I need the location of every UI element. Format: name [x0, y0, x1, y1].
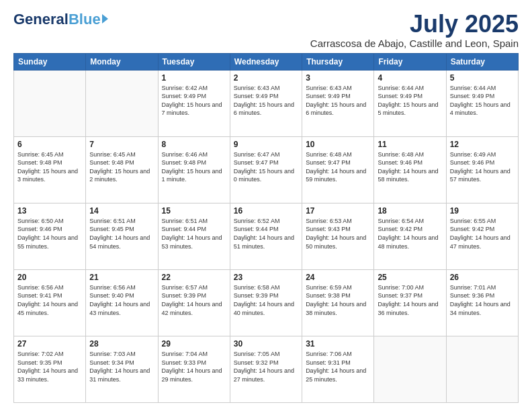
col-tuesday: Tuesday	[158, 53, 230, 70]
calendar-week-row: 20Sunrise: 6:56 AMSunset: 9:41 PMDayligh…	[14, 269, 519, 336]
table-row: 27Sunrise: 7:02 AMSunset: 9:35 PMDayligh…	[14, 336, 86, 402]
day-number: 17	[306, 206, 370, 216]
day-info: Sunrise: 6:49 AMSunset: 9:46 PMDaylight:…	[450, 150, 515, 184]
table-row: 19Sunrise: 6:55 AMSunset: 9:42 PMDayligh…	[446, 203, 518, 269]
table-row: 12Sunrise: 6:49 AMSunset: 9:46 PMDayligh…	[446, 136, 518, 203]
table-row: 23Sunrise: 6:58 AMSunset: 9:39 PMDayligh…	[230, 269, 302, 336]
col-saturday: Saturday	[446, 53, 518, 70]
table-row: 7Sunrise: 6:45 AMSunset: 9:48 PMDaylight…	[86, 136, 158, 203]
day-info: Sunrise: 6:45 AMSunset: 9:48 PMDaylight:…	[17, 150, 82, 184]
day-info: Sunrise: 6:45 AMSunset: 9:48 PMDaylight:…	[89, 150, 154, 184]
table-row: 29Sunrise: 7:04 AMSunset: 9:33 PMDayligh…	[158, 336, 230, 402]
day-info: Sunrise: 6:52 AMSunset: 9:44 PMDaylight:…	[234, 217, 298, 250]
subtitle: Carrascosa de Abajo, Castille and Leon, …	[310, 38, 519, 49]
day-info: Sunrise: 6:43 AMSunset: 9:49 PMDaylight:…	[306, 84, 370, 118]
day-number: 23	[234, 273, 298, 282]
calendar-week-row: 27Sunrise: 7:02 AMSunset: 9:35 PMDayligh…	[14, 336, 519, 402]
day-number: 27	[17, 339, 82, 349]
table-row: 31Sunrise: 7:06 AMSunset: 9:31 PMDayligh…	[302, 336, 374, 402]
calendar-header-row: Sunday Monday Tuesday Wednesday Thursday…	[14, 53, 519, 70]
day-info: Sunrise: 7:06 AMSunset: 9:31 PMDaylight:…	[306, 350, 370, 383]
day-number: 3	[306, 73, 370, 83]
day-info: Sunrise: 6:56 AMSunset: 9:40 PMDaylight:…	[89, 283, 154, 317]
day-info: Sunrise: 6:48 AMSunset: 9:47 PMDaylight:…	[306, 150, 370, 184]
day-number: 1	[162, 73, 226, 83]
day-info: Sunrise: 7:05 AMSunset: 9:32 PMDaylight:…	[234, 350, 298, 383]
logo-triangle-icon	[102, 14, 108, 24]
table-row: 6Sunrise: 6:45 AMSunset: 9:48 PMDaylight…	[14, 136, 86, 203]
table-row: 28Sunrise: 7:03 AMSunset: 9:34 PMDayligh…	[86, 336, 158, 402]
day-number: 29	[162, 339, 226, 349]
day-number: 24	[306, 273, 370, 282]
table-row: 24Sunrise: 6:59 AMSunset: 9:38 PMDayligh…	[302, 269, 374, 336]
logo: GeneralBlue	[13, 11, 108, 28]
main-title: July 2025	[310, 11, 519, 38]
day-info: Sunrise: 6:42 AMSunset: 9:49 PMDaylight:…	[162, 84, 226, 118]
day-number: 28	[89, 339, 154, 349]
day-info: Sunrise: 6:47 AMSunset: 9:47 PMDaylight:…	[234, 150, 298, 184]
table-row: 14Sunrise: 6:51 AMSunset: 9:45 PMDayligh…	[86, 203, 158, 269]
day-number: 4	[378, 73, 442, 83]
day-info: Sunrise: 6:55 AMSunset: 9:42 PMDaylight:…	[450, 217, 515, 250]
day-info: Sunrise: 7:01 AMSunset: 9:36 PMDaylight:…	[450, 283, 515, 317]
day-number: 20	[17, 273, 82, 282]
day-info: Sunrise: 6:46 AMSunset: 9:48 PMDaylight:…	[162, 150, 226, 184]
table-row	[374, 336, 446, 402]
table-row: 4Sunrise: 6:44 AMSunset: 9:49 PMDaylight…	[374, 70, 446, 136]
table-row: 11Sunrise: 6:48 AMSunset: 9:46 PMDayligh…	[374, 136, 446, 203]
table-row: 18Sunrise: 6:54 AMSunset: 9:42 PMDayligh…	[374, 203, 446, 269]
table-row: 17Sunrise: 6:53 AMSunset: 9:43 PMDayligh…	[302, 203, 374, 269]
day-info: Sunrise: 6:59 AMSunset: 9:38 PMDaylight:…	[306, 283, 370, 317]
calendar-week-row: 6Sunrise: 6:45 AMSunset: 9:48 PMDaylight…	[14, 136, 519, 203]
day-number: 9	[234, 140, 298, 149]
day-info: Sunrise: 6:51 AMSunset: 9:44 PMDaylight:…	[162, 217, 226, 250]
day-info: Sunrise: 6:51 AMSunset: 9:45 PMDaylight:…	[89, 217, 154, 250]
col-thursday: Thursday	[302, 53, 374, 70]
day-info: Sunrise: 6:43 AMSunset: 9:49 PMDaylight:…	[234, 84, 298, 118]
table-row	[86, 70, 158, 136]
col-wednesday: Wednesday	[230, 53, 302, 70]
day-number: 13	[17, 206, 82, 216]
title-block: July 2025 Carrascosa de Abajo, Castille …	[310, 11, 519, 49]
table-row: 5Sunrise: 6:44 AMSunset: 9:49 PMDaylight…	[446, 70, 518, 136]
logo-text: GeneralBlue	[13, 11, 101, 28]
day-number: 10	[306, 140, 370, 149]
day-info: Sunrise: 7:04 AMSunset: 9:33 PMDaylight:…	[162, 350, 226, 383]
day-number: 8	[162, 140, 226, 149]
table-row: 21Sunrise: 6:56 AMSunset: 9:40 PMDayligh…	[86, 269, 158, 336]
table-row: 26Sunrise: 7:01 AMSunset: 9:36 PMDayligh…	[446, 269, 518, 336]
day-number: 30	[234, 339, 298, 349]
day-info: Sunrise: 6:58 AMSunset: 9:39 PMDaylight:…	[234, 283, 298, 317]
day-number: 14	[89, 206, 154, 216]
calendar-week-row: 13Sunrise: 6:50 AMSunset: 9:46 PMDayligh…	[14, 203, 519, 269]
day-number: 16	[234, 206, 298, 216]
table-row: 3Sunrise: 6:43 AMSunset: 9:49 PMDaylight…	[302, 70, 374, 136]
day-info: Sunrise: 6:48 AMSunset: 9:46 PMDaylight:…	[378, 150, 442, 184]
calendar-week-row: 1Sunrise: 6:42 AMSunset: 9:49 PMDaylight…	[14, 70, 519, 136]
col-monday: Monday	[86, 53, 158, 70]
table-row: 20Sunrise: 6:56 AMSunset: 9:41 PMDayligh…	[14, 269, 86, 336]
day-info: Sunrise: 6:56 AMSunset: 9:41 PMDaylight:…	[17, 283, 82, 317]
table-row: 9Sunrise: 6:47 AMSunset: 9:47 PMDaylight…	[230, 136, 302, 203]
day-info: Sunrise: 7:00 AMSunset: 9:37 PMDaylight:…	[378, 283, 442, 317]
day-number: 5	[450, 73, 515, 83]
day-number: 7	[89, 140, 154, 149]
table-row: 8Sunrise: 6:46 AMSunset: 9:48 PMDaylight…	[158, 136, 230, 203]
table-row	[446, 336, 518, 402]
table-row: 2Sunrise: 6:43 AMSunset: 9:49 PMDaylight…	[230, 70, 302, 136]
table-row: 30Sunrise: 7:05 AMSunset: 9:32 PMDayligh…	[230, 336, 302, 402]
day-number: 31	[306, 339, 370, 349]
col-sunday: Sunday	[14, 53, 86, 70]
day-number: 2	[234, 73, 298, 83]
table-row: 22Sunrise: 6:57 AMSunset: 9:39 PMDayligh…	[158, 269, 230, 336]
table-row: 1Sunrise: 6:42 AMSunset: 9:49 PMDaylight…	[158, 70, 230, 136]
table-row: 10Sunrise: 6:48 AMSunset: 9:47 PMDayligh…	[302, 136, 374, 203]
table-row: 25Sunrise: 7:00 AMSunset: 9:37 PMDayligh…	[374, 269, 446, 336]
day-number: 21	[89, 273, 154, 282]
day-info: Sunrise: 6:53 AMSunset: 9:43 PMDaylight:…	[306, 217, 370, 250]
day-number: 19	[450, 206, 515, 216]
day-info: Sunrise: 6:50 AMSunset: 9:46 PMDaylight:…	[17, 217, 82, 250]
day-number: 11	[378, 140, 442, 149]
day-number: 6	[17, 140, 82, 149]
day-info: Sunrise: 6:54 AMSunset: 9:42 PMDaylight:…	[378, 217, 442, 250]
